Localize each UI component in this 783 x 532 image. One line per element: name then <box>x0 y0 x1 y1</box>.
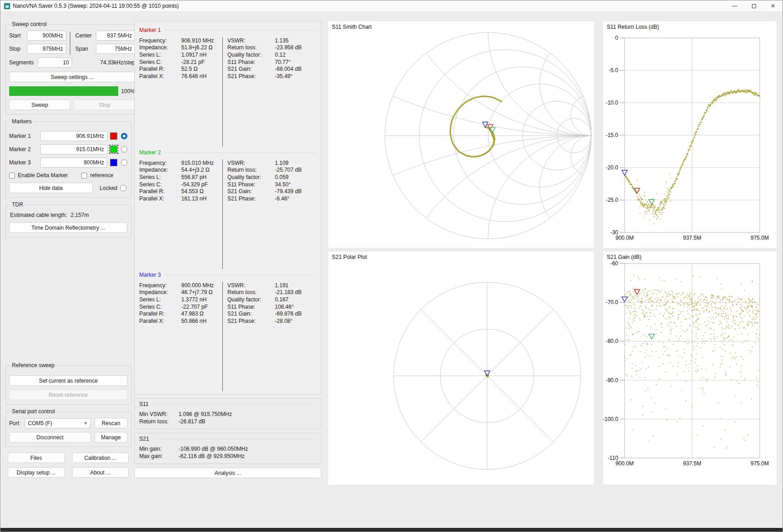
marker3-radio[interactable] <box>121 159 127 166</box>
field-label: Return loss: <box>227 289 275 295</box>
marker-info-row: Parallel R:47.983 Ω <box>139 310 222 317</box>
sweep-button[interactable]: Sweep <box>9 100 70 110</box>
calibration-button[interactable]: Calibration ... <box>72 453 129 463</box>
marker-info-row: Return loss:-23.958 dB <box>227 44 316 52</box>
locked-radio[interactable] <box>120 185 126 191</box>
marker-triangle-icon <box>622 297 627 302</box>
field-label: Parallel R: <box>139 188 181 195</box>
svg-text:975.0M: 975.0M <box>751 460 769 467</box>
app-window: NanoVNA Saver 0.5.3 (Sweep: 2024-04-11 1… <box>0 0 783 532</box>
enable-delta-marker-checkbox[interactable] <box>9 173 15 179</box>
field-value: 0.059 <box>275 174 289 180</box>
marker-info-row: Parallel X:76.646 nH <box>139 73 222 80</box>
svg-text:-20.0: -20.0 <box>606 164 619 171</box>
field-value: 34.50° <box>275 181 291 188</box>
field-label: Parallel X: <box>139 318 181 324</box>
return-loss-svg[interactable]: 0-5.0-10.0-15.0-20.0-25.0-30900.0M937.5M… <box>603 21 777 248</box>
marker-info-row: S21 Phase:-28.08° <box>227 317 316 325</box>
return-loss-label: Return loss: <box>139 418 179 425</box>
marker2-radio[interactable] <box>121 146 127 153</box>
reset-reference-button[interactable]: Reset reference <box>9 390 127 400</box>
set-reference-button[interactable]: Set current as reference <box>9 375 127 386</box>
center-input[interactable]: 937.5MHz <box>96 31 135 41</box>
marker-info-row: Series L:1.3772 nH <box>139 296 222 303</box>
marker3-freq-input[interactable]: 900MHz <box>40 158 107 168</box>
s11-stats-title: S11 <box>139 401 148 407</box>
marker3-color-swatch[interactable] <box>110 159 117 166</box>
field-value: 46.7+j7.79 Ω <box>181 289 213 295</box>
field-label: S21 Phase: <box>227 195 275 202</box>
field-value: -25.707 dB <box>275 167 302 173</box>
polar-plot-panel[interactable]: S21 Polar Plot <box>328 252 594 485</box>
marker-info-row: Series L:1.0917 nH <box>139 51 222 58</box>
marker-info-row: S11 Phase:70.77° <box>227 58 316 66</box>
tdr-button[interactable]: Time Domain Reflectometry ... <box>9 222 127 233</box>
field-value: -68.004 dB <box>275 66 302 72</box>
disconnect-button[interactable]: Disconnect <box>9 432 91 442</box>
svg-text:900.0M: 900.0M <box>615 460 634 467</box>
field-label: S11 Phase: <box>227 304 275 310</box>
manage-button[interactable]: Manage <box>95 432 127 442</box>
marker-triangle-icon <box>483 122 488 127</box>
marker-info-row: S21 Gain:-79.439 dB <box>227 188 316 195</box>
marker-info-row: VSWR:1.135 <box>227 37 316 44</box>
span-input[interactable]: 75MHz <box>96 44 135 54</box>
tdr-title: TDR <box>10 201 25 208</box>
about-button[interactable]: About ... <box>72 467 129 478</box>
polar-plot-svg[interactable] <box>328 252 594 485</box>
marker1-freq-input[interactable]: 906.91MHz <box>40 131 107 141</box>
field-label: Series C: <box>139 304 181 310</box>
smith-chart-svg[interactable] <box>328 21 594 248</box>
marker-info-row: Impedance:46.7+j7.79 Ω <box>139 289 222 296</box>
segments-input[interactable]: 10 <box>37 58 72 68</box>
chart-grid: 0-5.0-10.0-15.0-20.0-25.0-30900.0M937.5M… <box>606 35 769 241</box>
cable-length-value: 2.157m <box>71 212 89 218</box>
smith-chart-panel[interactable]: S11 Smith Chart <box>328 21 594 248</box>
return-loss-panel[interactable]: S11 Return Loss (dB) 0-5.0-10.0-15.0-20.… <box>603 21 777 248</box>
files-button[interactable]: Files <box>8 453 65 463</box>
chart-grid: -60-70.0-80.0-90.0-100.0-110900.0M937.5M… <box>603 260 769 467</box>
start-label: Start <box>9 32 25 39</box>
marker-info-row: Frequency:900.000 MHz <box>139 282 222 289</box>
stop-input[interactable]: 975MHz <box>27 44 66 54</box>
marker1-color-swatch[interactable] <box>110 132 117 140</box>
chevron-down-icon: ▼ <box>84 421 88 426</box>
marker-info-row: Parallel R:52.5 Ω <box>139 65 222 73</box>
s21-gain-svg[interactable]: -60-70.0-80.0-90.0-100.0-110900.0M937.5M… <box>603 252 777 485</box>
window-title: NanoVNA Saver 0.5.3 (Sweep: 2024-04-11 1… <box>13 3 179 9</box>
marker2-color-swatch[interactable] <box>110 146 117 153</box>
field-value: -35.49° <box>275 73 293 79</box>
marker1-radio[interactable] <box>121 133 127 139</box>
close-button[interactable]: ✕ <box>763 0 783 11</box>
svg-text:-70.0: -70.0 <box>606 299 619 306</box>
marker-info-row: S11 Phase:34.50° <box>227 181 316 188</box>
field-value: 0.167 <box>275 296 289 303</box>
reference-checkbox[interactable] <box>81 173 87 179</box>
display-setup-button[interactable]: Display setup ... <box>8 467 65 478</box>
field-value: 1.3772 nH <box>181 296 206 303</box>
marker-data-panel: Marker 1Frequency:906.910 MHzImpedance:5… <box>134 21 321 395</box>
marker-info-row: Series C:-22.707 pF <box>139 303 222 311</box>
minimize-button[interactable]: — <box>725 0 744 11</box>
title-bar[interactable]: NanoVNA Saver 0.5.3 (Sweep: 2024-04-11 1… <box>0 0 783 12</box>
start-input[interactable]: 900MHz <box>27 31 66 41</box>
sweep-divider <box>70 32 70 55</box>
stop-button[interactable]: Stop <box>74 100 135 110</box>
serial-port-group: Serial port control Port COM5 (F) ▼ Resc… <box>5 408 131 447</box>
center-label: Center <box>75 32 94 39</box>
marker-triangle-icon <box>649 200 654 205</box>
analysis-button[interactable]: Analysis ... <box>134 468 321 478</box>
rescan-button[interactable]: Rescan <box>95 418 127 428</box>
marker-info-row: Series L:556.87 pH <box>139 174 222 181</box>
marker2-freq-input[interactable]: 915.01MHz <box>40 144 107 154</box>
hide-data-button[interactable]: Hide data <box>9 183 93 193</box>
sweep-settings-button[interactable]: Sweep settings ... <box>9 72 135 82</box>
smith-chart-title: S11 Smith Chart <box>332 24 372 30</box>
maximize-button[interactable] <box>744 0 763 11</box>
svg-text:900.0M: 900.0M <box>615 235 634 241</box>
marker2-info-block: Marker 2Frequency:915.010 MHzImpedance:5… <box>139 147 316 269</box>
field-value: -28.21 pF <box>181 59 205 65</box>
field-value: 47.983 Ω <box>181 311 204 317</box>
s21-gain-panel[interactable]: S21 Gain (dB) -60-70.0-80.0-90.0-100.0-1… <box>603 252 777 485</box>
port-select[interactable]: COM5 (F) ▼ <box>25 418 91 428</box>
